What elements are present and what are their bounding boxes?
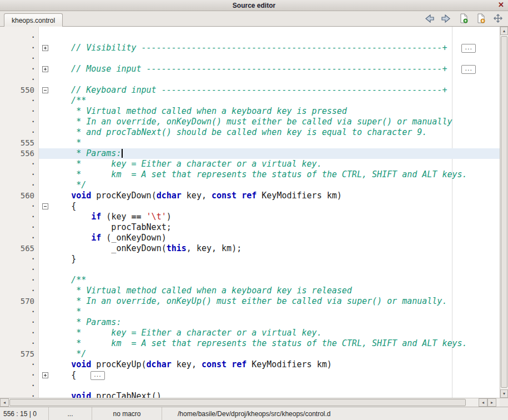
gutter-dot: •	[0, 43, 39, 53]
gutter-dot: •	[0, 222, 39, 233]
code-line[interactable]: •	[0, 264, 500, 275]
fold-margin	[39, 32, 51, 43]
code-line[interactable]: •	[0, 32, 500, 43]
gutter-dot: •	[0, 338, 39, 349]
code-line[interactable]: • procTabNext;	[0, 222, 500, 233]
editor-region: •• // Visibility -----------------------…	[0, 27, 508, 398]
fold-margin	[39, 296, 51, 307]
gutter-line-number: 570	[0, 296, 39, 307]
scroll-left-arrow-icon-2[interactable]: ◂	[479, 398, 487, 407]
fold-margin[interactable]	[39, 201, 51, 212]
document-save-button[interactable]	[475, 13, 486, 23]
fold-collapse-icon[interactable]	[42, 87, 48, 93]
code-line[interactable]: •	[0, 74, 500, 85]
code-line[interactable]: • void procTabNext()	[0, 391, 500, 398]
fold-margin	[39, 233, 51, 243]
fold-margin[interactable]	[39, 64, 51, 74]
code-text: /**	[51, 96, 500, 106]
nav-forward-button[interactable]	[441, 13, 452, 23]
code-line[interactable]: •	[0, 381, 500, 391]
split-view-button[interactable]	[492, 13, 504, 23]
code-text: {	[51, 201, 500, 212]
code-line[interactable]: • * key = Either a character or a virtua…	[0, 159, 500, 169]
code-text: // Visibility --------------------------…	[51, 43, 500, 53]
code-text: * Virtual method called when a keyboard …	[51, 106, 500, 117]
collapsed-fold-ellipsis[interactable]: ...	[461, 44, 476, 53]
fold-expand-icon[interactable]	[42, 372, 48, 378]
code-line[interactable]: 575 */	[0, 349, 500, 359]
gutter-dot: •	[0, 317, 39, 328]
fold-margin	[39, 222, 51, 233]
code-line[interactable]: • void procKeyUp(dchar key, const ref Ke…	[0, 359, 500, 370]
collapsed-fold-ellipsis[interactable]: ...	[90, 371, 105, 380]
code-line[interactable]: 555 *	[0, 138, 500, 148]
code-line[interactable]: 550 // Keyboard input ------------------…	[0, 85, 500, 96]
code-line[interactable]: •	[0, 53, 500, 64]
fold-expand-icon[interactable]	[42, 45, 48, 51]
code-line[interactable]: • * In an override, onKeyDown() must eit…	[0, 117, 500, 127]
code-line[interactable]: • * Virtual method called when a keyboar…	[0, 106, 500, 117]
code-text: * In an override, onKeyDown() must eithe…	[51, 117, 500, 127]
vertical-scrollbar[interactable]: ▴ ▾	[500, 27, 508, 398]
document-new-button[interactable]	[458, 13, 469, 23]
scroll-down-arrow-icon[interactable]: ▾	[500, 389, 508, 398]
code-line[interactable]: • * km = A set that represents the statu…	[0, 338, 500, 349]
gutter-dot: •	[0, 201, 39, 212]
fold-margin	[39, 169, 51, 180]
gutter-dot: •	[0, 74, 39, 85]
code-line[interactable]: • * Params:	[0, 317, 500, 328]
tab-kheops-control[interactable]: kheops.control	[4, 13, 63, 27]
code-line[interactable]: • * Virtual method called when a keyboar…	[0, 286, 500, 296]
code-line[interactable]: • // Visibility ------------------------…	[0, 43, 500, 53]
code-line[interactable]: • if (_onKeyDown)	[0, 233, 500, 243]
code-line[interactable]: • }	[0, 254, 500, 264]
code-text: */	[51, 180, 500, 191]
scroll-left-arrow-icon[interactable]: ◂	[0, 398, 9, 407]
titlebar[interactable]: Source editor ✕	[0, 0, 508, 11]
fold-margin[interactable]	[39, 370, 51, 381]
code-line[interactable]: • // Mouse input -----------------------…	[0, 64, 500, 74]
fold-margin	[39, 117, 51, 127]
fold-margin	[39, 138, 51, 148]
code-line[interactable]: • *	[0, 307, 500, 317]
code-line[interactable]: • * and procTabNext() should be called w…	[0, 127, 500, 138]
fold-margin	[39, 286, 51, 296]
code-line[interactable]: • /**	[0, 275, 500, 286]
horizontal-scroll-thumb[interactable]	[9, 399, 466, 406]
code-line[interactable]: • {	[0, 201, 500, 212]
gutter-dot: •	[0, 391, 39, 398]
code-editor[interactable]: •• // Visibility -----------------------…	[0, 27, 500, 398]
horizontal-scrollbar[interactable]: ◂ ◂ ▸	[0, 398, 500, 407]
code-line[interactable]: • /**	[0, 96, 500, 106]
collapsed-fold-ellipsis[interactable]: ...	[461, 65, 476, 74]
nav-back-button[interactable]	[424, 13, 435, 23]
code-text	[51, 74, 500, 85]
code-line[interactable]: • {...	[0, 370, 500, 381]
gutter-dot: •	[0, 127, 39, 138]
code-text: * km = A set that represents the status …	[51, 169, 500, 180]
code-text: procTabNext;	[51, 222, 500, 233]
code-line[interactable]: 570 * In an override, onKeyUp() must eit…	[0, 296, 500, 307]
fold-expand-icon[interactable]	[42, 66, 48, 72]
code-text	[51, 264, 500, 275]
fold-collapse-icon[interactable]	[42, 203, 48, 209]
code-line[interactable]: 556 * Params:	[0, 148, 500, 159]
code-text: * key = Either a character or a virtual …	[51, 328, 500, 338]
fold-margin	[39, 191, 51, 201]
code-line[interactable]: 560 void procKeyDown(dchar key, const re…	[0, 191, 500, 201]
gutter-line-number: 555	[0, 138, 39, 148]
fold-margin[interactable]	[39, 43, 51, 53]
fold-margin[interactable]	[39, 85, 51, 96]
vertical-scroll-thumb[interactable]	[501, 36, 507, 388]
code-lines: •• // Visibility -----------------------…	[0, 32, 500, 398]
code-text: /**	[51, 275, 500, 286]
close-icon[interactable]: ✕	[498, 1, 504, 9]
code-line[interactable]: • */	[0, 180, 500, 191]
code-line[interactable]: • * key = Either a character or a virtua…	[0, 328, 500, 338]
code-line[interactable]: • if (key == '\t')	[0, 212, 500, 222]
code-line[interactable]: 565 _onKeyDown(this, key, km);	[0, 243, 500, 254]
scroll-right-arrow-icon[interactable]: ▸	[487, 398, 496, 407]
code-line[interactable]: • * km = A set that represents the statu…	[0, 169, 500, 180]
scroll-up-arrow-icon[interactable]: ▴	[500, 27, 508, 35]
code-text: }	[51, 254, 500, 264]
